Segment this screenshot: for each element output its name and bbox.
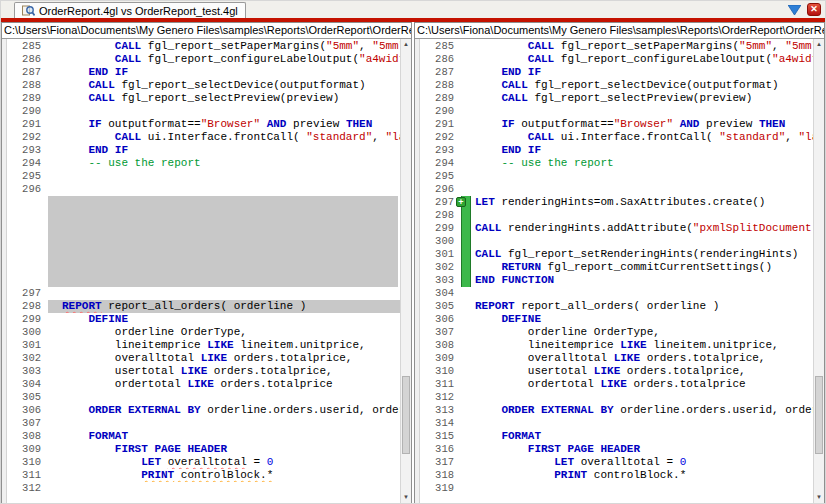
- code-line[interactable]: 291 IF outputformat=="Browser" AND previ…: [8, 118, 400, 131]
- code-line[interactable]: 294 -- use the report: [421, 157, 813, 170]
- gutter-marker: [461, 144, 471, 157]
- close-button[interactable]: ✕: [807, 3, 821, 16]
- code-line[interactable]: 319: [421, 482, 813, 495]
- code-line[interactable]: 304 ordertotal LIKE orders.totalprice: [8, 378, 400, 391]
- code-line[interactable]: 299 DEFINE: [8, 313, 400, 326]
- code-line[interactable]: 286 CALL fgl_report_configureLabelOutput…: [421, 53, 813, 66]
- code-line[interactable]: 288 CALL fgl_report_selectDevice(outputf…: [421, 79, 813, 92]
- code-line[interactable]: 288 CALL fgl_report_selectDevice(outputf…: [8, 79, 400, 92]
- code-line[interactable]: 316 FIRST PAGE HEADER: [421, 443, 813, 456]
- code-token: CALL: [475, 40, 554, 52]
- tab-compare-orderreport[interactable]: OrderReport.4gl vs OrderReport_test.4gl: [14, 2, 246, 18]
- code-line[interactable]: 293 END IF: [8, 144, 400, 157]
- code-line[interactable]: 292 CALL ui.Interface.frontCall( "standa…: [8, 131, 400, 144]
- code-line[interactable]: 308 FORMAT: [8, 430, 400, 443]
- code-line[interactable]: 314: [421, 417, 813, 430]
- code-line[interactable]: 299CALL renderingHints.addAttribute("pxm…: [421, 222, 813, 235]
- line-number: 317: [421, 456, 461, 469]
- code-line[interactable]: 294 -- use the report: [8, 157, 400, 170]
- code-line[interactable]: 293 END IF: [421, 144, 813, 157]
- code-line[interactable]: 287 END IF: [421, 66, 813, 79]
- code-line[interactable]: 291 IF outputformat=="Browser" AND previ…: [421, 118, 813, 131]
- code-line[interactable]: 301 lineitemprice LIKE lineitem.unitpric…: [8, 339, 400, 352]
- code-line[interactable]: 290: [8, 105, 400, 118]
- code-line[interactable]: 313 ORDER EXTERNAL BY orderline.orders.u…: [421, 404, 813, 417]
- right-file-path: C:\Users\Fiona\Documents\My Genero Files…: [415, 23, 824, 39]
- left-scroll-down-button[interactable]: ▼: [401, 492, 411, 503]
- right-scroll-down-button[interactable]: ▼: [814, 492, 824, 503]
- code-line[interactable]: 296: [421, 183, 813, 196]
- code-line[interactable]: 286 CALL fgl_report_configureLabelOutput…: [8, 53, 400, 66]
- code-line[interactable]: 306 ORDER EXTERNAL BY orderline.orders.u…: [8, 404, 400, 417]
- code-token: FIRST PAGE HEADER: [475, 443, 640, 455]
- code-line[interactable]: 289 CALL fgl_report_selectPreview(previe…: [8, 92, 400, 105]
- gutter-marker: [48, 352, 58, 365]
- code-token: "Browser": [201, 118, 260, 130]
- code-line[interactable]: 304: [421, 287, 813, 300]
- left-scrollbar-thumb[interactable]: [402, 376, 410, 454]
- code-line[interactable]: 311 PRINT controlBlock.*: [8, 469, 400, 482]
- code-line[interactable]: 289 CALL fgl_report_selectPreview(previe…: [421, 92, 813, 105]
- code-line[interactable]: 307 orderline OrderType,: [421, 326, 813, 339]
- code-line[interactable]: 315 FORMAT: [421, 430, 813, 443]
- code-line[interactable]: 307: [8, 417, 400, 430]
- code-line[interactable]: 302 overalltotal LIKE orders.totalprice,: [8, 352, 400, 365]
- code-line[interactable]: 303END FUNCTION: [421, 274, 813, 287]
- code-line[interactable]: 298REPORT report_all_orders( orderline ): [8, 300, 400, 313]
- code-line[interactable]: 310 usertotal LIKE orders.totalprice,: [421, 365, 813, 378]
- code-token: CALL: [62, 92, 115, 104]
- code-line[interactable]: 311 ordertotal LIKE orders.totalprice: [421, 378, 813, 391]
- code-text: END IF: [58, 144, 400, 157]
- code-line[interactable]: 300 orderline OrderType,: [8, 326, 400, 339]
- code-line[interactable]: 310 LET overalltotal = 0: [8, 456, 400, 469]
- code-line[interactable]: 305REPORT report_all_orders( orderline ): [421, 300, 813, 313]
- code-line[interactable]: 306 DEFINE: [421, 313, 813, 326]
- right-scrollbar-thumb[interactable]: [815, 376, 823, 454]
- left-scroll-up-button[interactable]: ▲: [401, 39, 411, 50]
- code-token: fgl_report_selectDevice(outputformat): [115, 79, 366, 91]
- code-line[interactable]: 292 CALL ui.Interface.frontCall( "standa…: [421, 131, 813, 144]
- gutter-marker: [461, 131, 471, 144]
- line-number: 287: [8, 66, 48, 79]
- line-number: 308: [8, 430, 48, 443]
- code-line[interactable]: 312: [421, 391, 813, 404]
- line-number: 311: [8, 469, 48, 482]
- right-code-area[interactable]: 285 CALL fgl_report_setPaperMargins("5mm…: [415, 39, 824, 503]
- code-line[interactable]: 317 LET overalltotal = 0: [421, 456, 813, 469]
- code-line[interactable]: 305: [8, 391, 400, 404]
- code-token: preview: [699, 118, 758, 130]
- code-line[interactable]: 300: [421, 235, 813, 248]
- merge-plus-icon[interactable]: +: [456, 197, 466, 207]
- code-line[interactable]: 302 RETURN fgl_report_commitCurrentSetti…: [421, 261, 813, 274]
- compare-magnifier-icon: [22, 5, 35, 17]
- right-scroll-up-button[interactable]: ▲: [814, 39, 824, 50]
- code-line[interactable]: 285 CALL fgl_report_setPaperMargins("5mm…: [421, 40, 813, 53]
- collapse-button[interactable]: [787, 4, 801, 15]
- code-text: FORMAT: [471, 430, 813, 443]
- line-body: [48, 287, 400, 300]
- code-line[interactable]: 285 CALL fgl_report_setPaperMargins("5mm…: [8, 40, 400, 53]
- line-number: 310: [421, 365, 461, 378]
- code-line[interactable]: 295: [421, 170, 813, 183]
- code-line[interactable]: 297: [8, 287, 400, 300]
- gutter-marker: [461, 391, 471, 404]
- code-line[interactable]: 298: [421, 209, 813, 222]
- left-code-area[interactable]: 285 CALL fgl_report_setPaperMargins("5mm…: [2, 39, 411, 503]
- code-line[interactable]: 287 END IF: [8, 66, 400, 79]
- code-line[interactable]: 318 PRINT controlBlock.*: [421, 469, 813, 482]
- gutter-marker: [48, 430, 58, 443]
- code-line[interactable]: 297+LET renderingHints=om.SaxAttributes.…: [421, 196, 813, 209]
- code-line[interactable]: 301CALL fgl_report_setRenderingHints(ren…: [421, 248, 813, 261]
- code-token: CALL: [475, 222, 501, 234]
- code-line[interactable]: 309 overalltotal LIKE orders.totalprice,: [421, 352, 813, 365]
- right-vertical-scrollbar[interactable]: ▲ ▼: [813, 39, 824, 503]
- code-line[interactable]: 312: [8, 482, 400, 495]
- code-line[interactable]: 303 usertotal LIKE orders.totalprice,: [8, 365, 400, 378]
- code-line[interactable]: 290: [421, 105, 813, 118]
- code-token: REPORT: [62, 300, 102, 312]
- code-line[interactable]: 296: [8, 183, 400, 196]
- left-vertical-scrollbar[interactable]: ▲ ▼: [400, 39, 411, 503]
- code-line[interactable]: 309 FIRST PAGE HEADER: [8, 443, 400, 456]
- code-line[interactable]: 308 lineitemprice LIKE lineitem.unitpric…: [421, 339, 813, 352]
- code-line[interactable]: 295: [8, 170, 400, 183]
